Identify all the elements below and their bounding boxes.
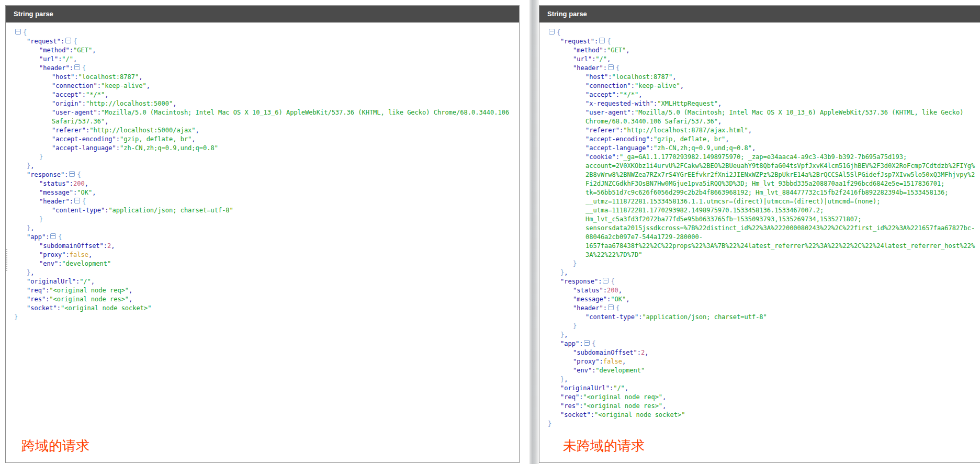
json-token-sep: , xyxy=(85,180,88,187)
json-token-sep: : xyxy=(61,38,64,45)
json-token-sep: : xyxy=(598,278,602,285)
json-token-key: "app" xyxy=(27,233,46,241)
json-token-key: "originalUrl" xyxy=(560,384,610,392)
json-token-key: "accept" xyxy=(52,91,82,98)
json-token-sep: : xyxy=(46,233,49,241)
json-line: "connection":"keep-alive", xyxy=(14,82,515,90)
json-token-str: "keep-alive" xyxy=(101,82,147,89)
json-token-key: "connection" xyxy=(585,82,631,89)
json-line: } xyxy=(548,420,976,428)
json-line: "content-type":"application/json; charse… xyxy=(14,206,515,215)
json-token-sep: , xyxy=(662,402,666,410)
json-token-sep: , xyxy=(111,242,115,250)
json-line: "req":"<original node req>", xyxy=(548,393,976,402)
json-token-str: "<original node res>" xyxy=(583,402,662,410)
json-token-str: "development" xyxy=(595,367,645,374)
json-line: "request":{ xyxy=(14,37,515,46)
json-token-key: "url" xyxy=(573,55,592,63)
json-token-key: "response" xyxy=(560,278,598,285)
json-token-key: "content-type" xyxy=(585,313,638,321)
json-token-key: "subdomainOffset" xyxy=(39,242,104,250)
json-token-key: "header" xyxy=(573,304,603,312)
json-token-num: 200 xyxy=(73,180,85,187)
json-token-sep: , xyxy=(92,47,96,54)
cross-origin-request-label: 跨域的请求 xyxy=(21,437,89,455)
json-token-key: "url" xyxy=(39,55,58,63)
json-token-brace: { xyxy=(607,38,611,45)
collapse-toggle-icon[interactable] xyxy=(69,171,75,177)
json-token-sep: , xyxy=(91,278,95,285)
json-token-sep: : xyxy=(650,135,654,143)
collapse-toggle-icon[interactable] xyxy=(599,38,605,43)
panel-title: String parse xyxy=(547,10,587,18)
collapse-toggle-icon[interactable] xyxy=(603,278,609,284)
json-token-str: "localhost:8787" xyxy=(78,73,139,81)
json-token-key: "proxy" xyxy=(573,358,600,365)
json-line: "request":{ xyxy=(548,37,976,46)
json-line: "host":"localhost:8787", xyxy=(14,73,515,82)
panel-title: String parse xyxy=(14,10,53,18)
collapse-toggle-icon[interactable] xyxy=(74,198,80,203)
collapse-toggle-icon[interactable] xyxy=(608,304,614,310)
json-token-str: "gzip, deflate, br" xyxy=(654,135,725,143)
json-token-key: "referer" xyxy=(585,127,619,134)
collapse-toggle-icon[interactable] xyxy=(608,64,614,70)
json-token-brace: } xyxy=(573,260,577,267)
json-token-num: 200 xyxy=(607,287,618,294)
json-token-sep: , xyxy=(105,91,108,98)
json-token-sep: : xyxy=(591,411,594,418)
json-token-str: "development" xyxy=(62,260,111,267)
collapse-toggle-icon[interactable] xyxy=(584,340,590,346)
json-token-sep: , xyxy=(748,127,752,134)
json-token-str: "http://localhost:5000" xyxy=(86,100,173,107)
json-token-brace: { xyxy=(82,64,86,72)
json-line: "originalUrl":"/", xyxy=(548,384,976,393)
json-token-brace: { xyxy=(58,233,62,241)
json-token-sep: : xyxy=(66,251,70,258)
json-token-key: "socket" xyxy=(560,411,591,418)
json-token-bool: false xyxy=(603,358,622,365)
json-token-sep: , xyxy=(30,269,34,276)
json-token-sep: , xyxy=(129,296,132,303)
json-token-str: "<original node socket>" xyxy=(594,411,685,418)
json-token-sep: , xyxy=(73,55,77,63)
json-line: { xyxy=(14,28,515,37)
collapse-toggle-icon[interactable] xyxy=(65,38,71,43)
json-token-sep: : xyxy=(116,144,120,152)
json-line: "res":"<original node res>", xyxy=(548,402,976,411)
json-token-sep: , xyxy=(147,82,150,89)
json-token-key: "accept-language" xyxy=(585,144,650,152)
collapse-toggle-icon[interactable] xyxy=(15,29,21,35)
json-token-key: "status" xyxy=(39,180,70,187)
collapse-toggle-icon[interactable] xyxy=(50,233,56,239)
panel-body: {"request":{"method":"GET","url":"/","he… xyxy=(6,23,519,462)
json-token-brace: } xyxy=(39,153,43,161)
json-token-key: "env" xyxy=(573,367,592,374)
json-token-sep: : xyxy=(631,82,635,89)
json-line: "socket":"<original node socket>" xyxy=(548,411,976,420)
json-line: }, xyxy=(14,224,515,233)
json-token-key: "res" xyxy=(27,296,46,303)
json-line: "referer":"http://localhost:5000/ajax", xyxy=(14,126,515,135)
json-token-brace: { xyxy=(77,171,81,178)
collapse-toggle-icon[interactable] xyxy=(549,29,555,35)
json-token-sep: : xyxy=(631,109,635,116)
json-token-key: "originalUrl" xyxy=(27,278,76,285)
json-line: "message":"OK", xyxy=(548,295,976,304)
collapse-toggle-icon[interactable] xyxy=(74,64,80,70)
json-token-brace: } xyxy=(14,313,18,321)
json-token-key: "user-agent" xyxy=(52,109,97,116)
json-line: }, xyxy=(548,331,976,339)
json-token-key: "accept-encoding" xyxy=(52,135,116,143)
json-token-sep: , xyxy=(626,296,629,303)
json-token-sep: : xyxy=(603,287,607,294)
json-line: "status":200, xyxy=(548,286,976,295)
same-origin-request-label: 未跨域的请求 xyxy=(563,437,645,455)
json-token-sep: , xyxy=(638,91,642,98)
json-line: "origin":"http://localhost:5000", xyxy=(14,99,515,108)
json-token-brace: { xyxy=(616,304,619,312)
json-token-sep: , xyxy=(645,349,648,356)
json-line: "socket":"<original node socket>" xyxy=(14,304,515,313)
json-token-brace: { xyxy=(23,29,27,36)
json-line: } xyxy=(14,153,515,162)
